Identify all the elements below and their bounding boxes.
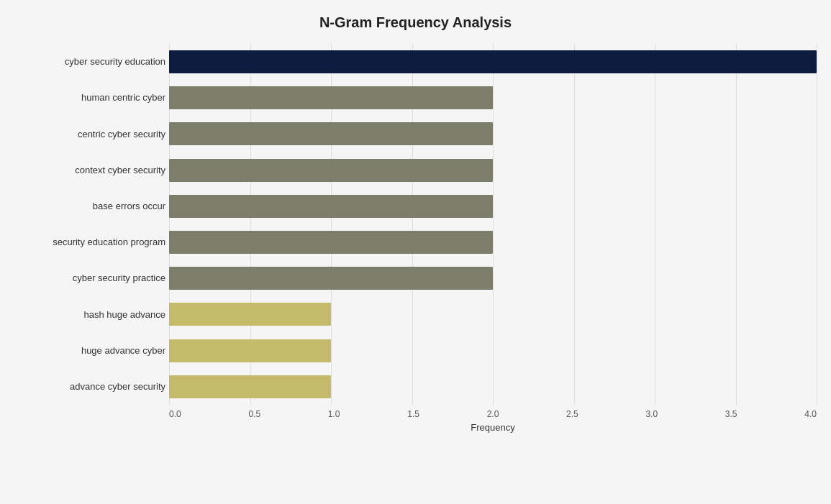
bar-row [169, 83, 817, 113]
x-tick-label: 2.5 [566, 409, 578, 419]
y-label: base errors occur [14, 201, 165, 212]
bar-row [169, 336, 817, 366]
bar [169, 50, 817, 73]
x-tick-label: 0.0 [169, 409, 181, 419]
bar-row [169, 191, 817, 221]
bar [169, 86, 493, 109]
bar-row [169, 47, 817, 77]
bars-section: cyber security educationhuman centric cy… [14, 44, 817, 405]
y-label: human centric cyber [14, 92, 165, 104]
y-labels: cyber security educationhuman centric cy… [14, 44, 169, 405]
x-tick-label: 3.5 [725, 409, 737, 419]
bar [169, 159, 493, 182]
bar [169, 195, 493, 218]
bar [169, 231, 493, 254]
x-axis-section: 0.00.51.01.52.02.53.03.54.0 Frequency [14, 409, 817, 433]
y-label: cyber security practice [14, 272, 165, 284]
grid-line [817, 44, 817, 405]
bar [169, 303, 331, 326]
x-tick-label: 4.0 [804, 409, 817, 419]
chart-container: N-Gram Frequency Analysis cyber security… [0, 0, 831, 504]
y-label: context cyber security [14, 165, 165, 176]
y-label: advance cyber security [14, 381, 165, 393]
x-tick-label: 0.5 [248, 409, 260, 419]
y-label: security education program [14, 237, 165, 248]
bars-and-grid [169, 44, 817, 405]
x-ticks-row: 0.00.51.01.52.02.53.03.54.0 [169, 409, 817, 419]
bar-row [169, 372, 817, 402]
x-tick-label: 2.0 [487, 409, 499, 419]
x-axis-title: Frequency [169, 422, 817, 433]
bar-row [169, 299, 817, 329]
bar-row [169, 227, 817, 257]
x-axis-labels: 0.00.51.01.52.02.53.03.54.0 Frequency [169, 409, 817, 433]
bar [169, 339, 331, 362]
bar [169, 375, 331, 398]
x-tick-label: 1.5 [407, 409, 419, 419]
y-label: hash huge advance [14, 309, 165, 321]
x-tick-label: 1.0 [328, 409, 340, 419]
x-axis-spacer [14, 409, 169, 433]
chart-title: N-Gram Frequency Analysis [14, 14, 817, 31]
y-label: centric cyber security [14, 129, 165, 140]
y-label: huge advance cyber [14, 345, 165, 357]
y-label: cyber security education [14, 56, 165, 68]
bar-row [169, 263, 817, 293]
bar [169, 122, 493, 145]
bar-row [169, 155, 817, 185]
chart-area: cyber security educationhuman centric cy… [14, 44, 817, 433]
bar-row [169, 119, 817, 149]
bar [169, 267, 493, 290]
x-tick-label: 3.0 [645, 409, 658, 419]
